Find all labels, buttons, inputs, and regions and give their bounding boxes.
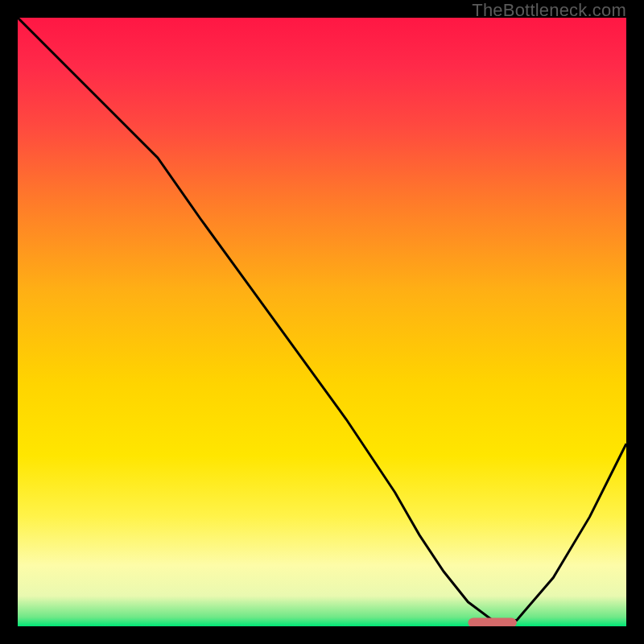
chart-svg — [18, 18, 626, 626]
chart-frame: TheBottleneck.com — [0, 0, 644, 644]
plot-area — [18, 18, 626, 626]
optimal-range-marker — [468, 617, 517, 626]
